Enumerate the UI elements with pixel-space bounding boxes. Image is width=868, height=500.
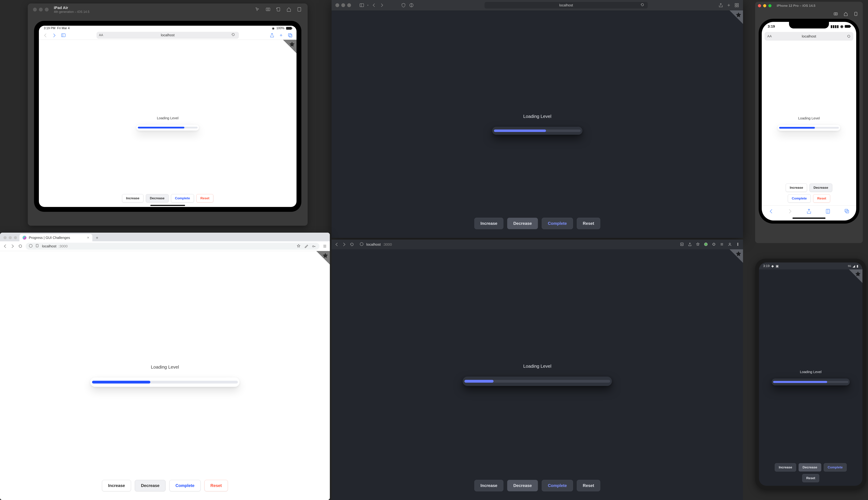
traffic-lights[interactable] <box>758 4 772 7</box>
text-size-icon[interactable]: AA <box>767 34 772 38</box>
address-bar[interactable]: AA localhost <box>765 32 854 41</box>
reset-button[interactable]: Reset <box>204 480 228 491</box>
share-icon[interactable] <box>688 242 692 247</box>
decrease-button[interactable]: Decrease <box>135 480 165 491</box>
chevron-down-icon[interactable]: ▾ <box>367 4 368 7</box>
site-info-icon[interactable] <box>360 242 364 247</box>
decrease-button[interactable]: Decrease <box>799 463 821 471</box>
home-indicator[interactable] <box>792 217 825 219</box>
screenshot-icon[interactable] <box>833 11 838 16</box>
devtools-icon[interactable] <box>720 242 724 247</box>
forward-icon[interactable] <box>379 3 384 8</box>
forward-icon[interactable] <box>10 244 15 248</box>
screenshot-icon[interactable] <box>265 7 271 12</box>
sidebar-icon[interactable] <box>61 33 66 38</box>
home-indicator[interactable] <box>150 205 185 206</box>
increase-button[interactable]: Increase <box>122 194 144 202</box>
back-icon[interactable] <box>334 242 339 247</box>
reset-button[interactable]: Reset <box>196 194 213 202</box>
forward-icon[interactable] <box>52 33 57 38</box>
share-icon[interactable] <box>806 208 812 214</box>
decrease-button[interactable]: Decrease <box>507 218 538 229</box>
debug-corner-badge[interactable] <box>311 251 330 270</box>
reload-icon[interactable] <box>18 244 23 248</box>
debug-corner-badge[interactable] <box>277 40 297 59</box>
key-icon[interactable] <box>312 244 316 248</box>
complete-button[interactable]: Complete <box>171 194 194 202</box>
extension-icon[interactable] <box>704 242 708 247</box>
star-icon[interactable] <box>696 242 700 247</box>
complete-button[interactable]: Complete <box>169 480 201 491</box>
increase-button[interactable]: Increase <box>786 183 807 192</box>
back-icon[interactable] <box>768 208 774 214</box>
increase-button[interactable]: Increase <box>775 463 796 471</box>
home-icon[interactable] <box>843 11 848 16</box>
reset-button[interactable]: Reset <box>577 480 600 491</box>
tab-overview-icon[interactable] <box>734 3 739 8</box>
reset-button[interactable]: Reset <box>813 194 830 203</box>
safari-titlebar[interactable]: ▾ localhost <box>332 0 743 10</box>
site-info-icon[interactable] <box>29 244 33 248</box>
tabs-icon[interactable] <box>287 33 293 38</box>
eyedropper-icon[interactable] <box>304 244 309 248</box>
new-tab-button[interactable]: + <box>94 235 100 241</box>
traffic-lights[interactable] <box>33 8 49 11</box>
screenshot2-icon[interactable] <box>854 11 858 16</box>
pointer-icon[interactable] <box>255 7 261 12</box>
reset-button[interactable]: Reset <box>577 218 600 229</box>
traffic-lights[interactable] <box>3 236 17 239</box>
address-bar[interactable]: AA localhost <box>96 32 239 39</box>
rotate-icon[interactable] <box>276 7 282 12</box>
forward-icon[interactable] <box>787 208 793 214</box>
tab-active[interactable]: Progress | GUI Challenges × <box>20 234 92 241</box>
complete-button[interactable]: Complete <box>824 463 847 471</box>
share-icon[interactable] <box>270 33 275 38</box>
reset-button[interactable]: Reset <box>802 474 819 482</box>
star-icon[interactable] <box>297 244 301 248</box>
back-icon[interactable] <box>372 3 376 8</box>
increase-button[interactable]: Increase <box>475 218 503 229</box>
complete-button[interactable]: Complete <box>788 194 811 203</box>
increase-button[interactable]: Increase <box>475 480 503 491</box>
complete-button[interactable]: Complete <box>542 480 573 491</box>
reload-icon[interactable] <box>640 3 645 8</box>
sidebar-icon[interactable] <box>359 3 364 8</box>
install-icon[interactable] <box>680 242 684 247</box>
share-icon[interactable] <box>718 3 723 8</box>
address-bar[interactable]: localhost:3000 <box>26 243 319 250</box>
decrease-button[interactable]: Decrease <box>146 194 169 202</box>
tab-strip[interactable]: Progress | GUI Challenges × + <box>0 232 330 241</box>
shield-icon[interactable] <box>401 3 406 8</box>
increase-button[interactable]: Increase <box>102 480 131 491</box>
debug-corner-badge[interactable] <box>843 270 863 288</box>
screenshot2-icon[interactable] <box>297 7 302 12</box>
complete-button[interactable]: Complete <box>542 218 573 229</box>
text-size-icon[interactable]: AA <box>99 33 103 37</box>
extensions-icon[interactable] <box>712 242 716 247</box>
back-icon[interactable] <box>3 244 7 248</box>
decrease-button[interactable]: Decrease <box>507 480 538 491</box>
menu-icon[interactable] <box>736 242 740 247</box>
bookmarks-icon[interactable] <box>825 208 831 214</box>
menu-icon[interactable] <box>322 244 327 248</box>
window-titlebar[interactable]: iPad Air 4th generation – iOS 14.5 <box>28 3 308 16</box>
forward-icon[interactable] <box>342 242 346 247</box>
address-bar[interactable]: localhost <box>484 2 648 9</box>
reload-icon[interactable] <box>847 34 850 38</box>
close-tab-icon[interactable]: × <box>87 236 89 240</box>
traffic-lights[interactable] <box>335 3 351 7</box>
address-bar[interactable]: localhost:3000 <box>357 241 677 248</box>
new-tab-icon[interactable] <box>726 3 731 8</box>
tabs-icon[interactable] <box>844 208 850 214</box>
debug-corner-badge[interactable] <box>724 10 743 30</box>
reload-icon[interactable] <box>231 33 237 38</box>
profile-icon[interactable] <box>728 242 732 247</box>
debug-corner-badge[interactable] <box>724 249 743 269</box>
back-icon[interactable] <box>43 33 48 38</box>
home-icon[interactable] <box>286 7 292 12</box>
new-tab-icon[interactable] <box>278 33 284 38</box>
appearance-icon[interactable] <box>409 3 414 8</box>
reload-icon[interactable] <box>350 242 354 247</box>
window-titlebar[interactable]: iPhone 12 Pro – iOS 14.5 <box>755 2 863 10</box>
decrease-button[interactable]: Decrease <box>810 183 832 192</box>
